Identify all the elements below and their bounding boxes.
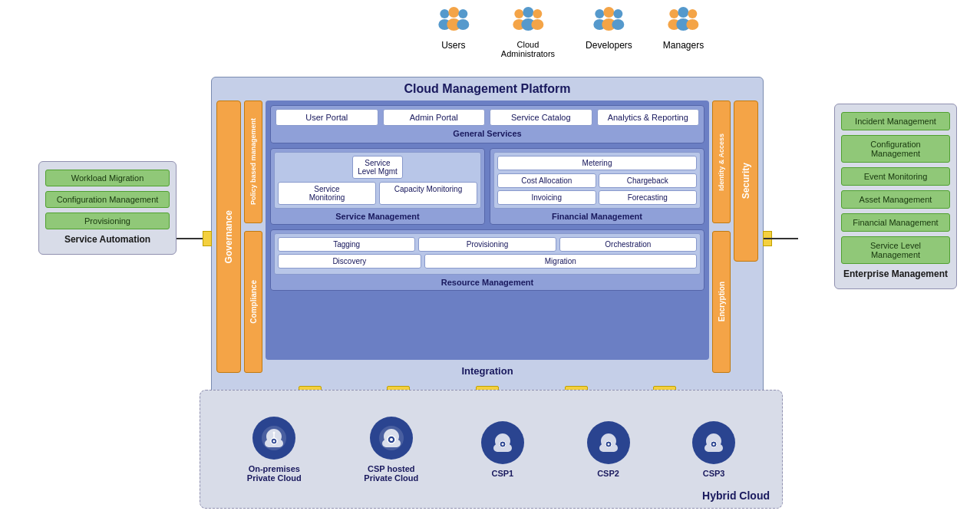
sm-inner: ServiceLevel Mgmt ServiceMonitoring Capa… [274, 152, 481, 209]
cloud-icon-onpremises [260, 424, 288, 452]
persona-developers-label: Developers [586, 40, 632, 51]
cloud-icon-csp1 [489, 429, 516, 456]
policy-label: Policy based management [249, 118, 257, 205]
financial-mgmt-label: Financial Management [493, 212, 701, 221]
encryption-label: Encryption [718, 282, 726, 321]
integration-label: Integration [461, 365, 513, 377]
personas-row: Users Cloud Administrators [437, 6, 704, 58]
sa-item-config: Configuration Management [45, 191, 170, 208]
svg-point-14 [603, 7, 614, 18]
resource-mgmt-section: Tagging Provisioning Orchestration Disco… [270, 229, 704, 291]
service-automation-title: Service Automation [45, 234, 170, 245]
middle-row: ServiceLevel Mgmt ServiceMonitoring Capa… [270, 148, 704, 225]
svg-point-16 [613, 9, 622, 18]
fm-chargeback: Chargeback [599, 173, 698, 188]
gs-admin-portal: Admin Portal [383, 109, 486, 126]
cloud-circle-csp-hosted [370, 417, 413, 460]
svg-point-23 [687, 19, 699, 30]
gs-service-catalog: Service Catalog [490, 109, 592, 126]
sm-capacity-monitoring: Capacity Monitoring [379, 182, 477, 205]
svg-point-0 [440, 9, 449, 18]
svg-point-5 [457, 19, 469, 30]
cloud-node-csp3: CSP3 [692, 421, 735, 478]
rm-tagging: Tagging [278, 237, 415, 252]
identity-bar: Identity & Access [712, 101, 731, 223]
persona-developers: Developers [586, 6, 632, 58]
hybrid-cloud-title: Hybrid Cloud [702, 489, 770, 502]
cmp-title: Cloud Management Platform [212, 77, 763, 99]
cloud-icon-csp2 [595, 429, 622, 456]
rm-discovery: Discovery [278, 254, 421, 269]
em-service-level: Service Level Management [841, 236, 950, 264]
sa-item-workload: Workload Migration [45, 170, 170, 186]
cloud-circle-csp2 [587, 421, 630, 464]
persona-managers: Managers [663, 6, 704, 58]
svg-point-26 [273, 440, 276, 442]
cloud-node-csp1: CSP1 [481, 421, 524, 478]
cmp-box: Cloud Management Platform Governance Pol… [211, 77, 764, 399]
cloud-node-csp3-label: CSP3 [703, 469, 725, 478]
rm-provisioning: Provisioning [418, 237, 556, 252]
svg-point-31 [390, 438, 393, 441]
security-label: Security [741, 163, 751, 199]
svg-point-12 [595, 9, 604, 18]
persona-users-label: Users [441, 40, 465, 51]
managers-icon [667, 6, 701, 37]
persona-managers-label: Managers [663, 40, 704, 51]
cloud-node-csp-hosted-label: CSP hosted Private Cloud [364, 464, 418, 483]
svg-point-10 [533, 9, 542, 18]
cloud-icon-csp3 [700, 429, 728, 456]
persona-cloud-admins: Cloud Administrators [501, 6, 555, 58]
persona-users: Users [437, 6, 470, 58]
persona-cloud-admins-label: Cloud Administrators [501, 40, 555, 58]
compliance-label: Compliance [249, 280, 258, 324]
gs-analytics: Analytics & Reporting [597, 109, 700, 126]
svg-point-2 [448, 7, 459, 18]
svg-point-20 [678, 7, 689, 18]
developers-icon [592, 6, 625, 37]
svg-point-28 [273, 431, 276, 433]
policy-bar: Policy based management [244, 101, 262, 223]
sm-service-monitoring: ServiceMonitoring [278, 182, 376, 205]
cloud-node-csp-hosted: CSP hosted Private Cloud [364, 417, 418, 483]
cloud-node-csp2-label: CSP2 [597, 469, 619, 478]
fm-invoicing: Invoicing [497, 190, 596, 205]
cloud-icon-csp-hosted [378, 424, 405, 452]
em-connector-line [764, 238, 798, 239]
fm-forecasting: Forecasting [599, 190, 698, 205]
gs-user-portal: User Portal [276, 109, 378, 126]
svg-point-35 [607, 443, 609, 445]
enterprise-mgmt-title: Enterprise Management [841, 269, 950, 279]
fm-inner: Metering Cost Allocation Chargeback Invo… [493, 152, 701, 209]
users-icon [437, 6, 470, 37]
em-incident: Incident Management [841, 112, 950, 130]
general-services-label: General Services [276, 129, 699, 138]
cloud-circle-onpremises [252, 417, 295, 460]
svg-point-33 [501, 443, 503, 445]
identity-label: Identity & Access [718, 133, 725, 191]
svg-point-4 [458, 9, 467, 18]
svg-point-17 [612, 19, 624, 30]
inner-content: User Portal Admin Portal Service Catalog… [266, 101, 709, 360]
em-asset: Asset Management [841, 190, 950, 209]
yellow-left-connector [203, 231, 212, 246]
cloud-circle-csp3 [692, 421, 735, 464]
cloud-node-onpremises: On-premises Private Cloud [247, 417, 302, 483]
fm-metering: Metering [497, 156, 697, 170]
em-config: Configuration Management [841, 135, 950, 163]
fm-cost-allocation: Cost Allocation [497, 173, 596, 188]
financial-mgmt-section: Metering Cost Allocation Chargeback Invo… [490, 148, 704, 225]
service-automation-box: Workload Migration Configuration Managem… [38, 161, 177, 255]
em-event: Event Monitoring [841, 167, 950, 186]
service-mgmt-label: Service Management [274, 212, 481, 221]
sm-service-level: ServiceLevel Mgmt [352, 156, 403, 179]
svg-point-37 [713, 443, 715, 445]
svg-point-6 [514, 9, 523, 18]
security-bar: Security [734, 101, 758, 262]
cloud-node-csp2: CSP2 [587, 421, 630, 478]
diagram-container: Users Cloud Administrators [0, 0, 980, 524]
rm-orchestration: Orchestration [559, 237, 697, 252]
svg-point-18 [670, 9, 679, 18]
svg-point-22 [688, 9, 698, 18]
service-mgmt-section: ServiceLevel Mgmt ServiceMonitoring Capa… [270, 148, 485, 225]
